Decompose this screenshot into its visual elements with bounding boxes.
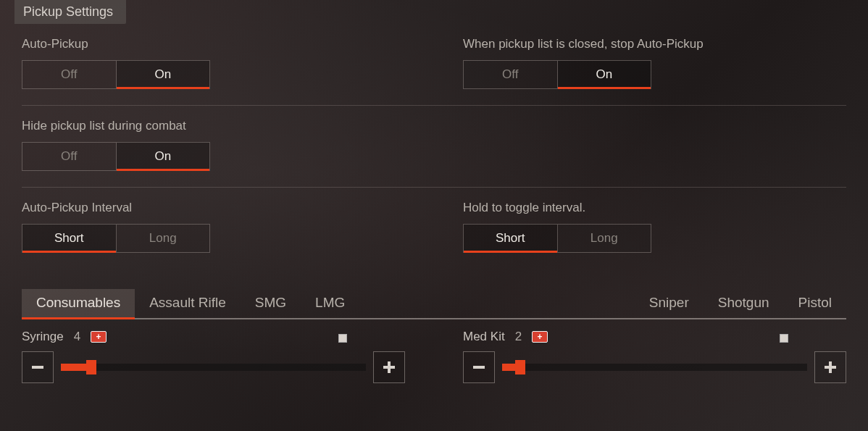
svg-rect-2 — [388, 361, 391, 373]
syringe-slider[interactable] — [61, 364, 366, 371]
stop-when-closed-label: When pickup list is closed, stop Auto-Pi… — [463, 37, 846, 51]
plus-icon — [382, 360, 396, 374]
minus-icon — [30, 360, 45, 374]
interval-label: Auto-Pickup Interval — [22, 201, 405, 215]
medkit-increment-button[interactable] — [814, 351, 846, 383]
hold-toggle-toggle: Short Long — [463, 224, 651, 253]
tab-shotgun[interactable]: Shotgun — [704, 289, 784, 318]
hide-in-combat-on[interactable]: On — [117, 142, 211, 171]
section-header: Pickup Settings — [14, 0, 126, 24]
syringe-slider-thumb[interactable] — [86, 360, 96, 374]
hold-toggle-label: Hold to toggle interval. — [463, 201, 846, 215]
auto-pickup-off[interactable]: Off — [22, 60, 117, 89]
medkit-icon — [532, 331, 548, 343]
auto-pickup-toggle: Off On — [22, 60, 210, 89]
tab-consumables[interactable]: Consumables — [22, 289, 135, 318]
syringe-decrement-button[interactable] — [22, 351, 54, 383]
interval-toggle: Short Long — [22, 224, 210, 253]
svg-rect-3 — [473, 366, 485, 369]
syringe-count: 4 — [74, 330, 80, 344]
svg-rect-5 — [829, 361, 832, 373]
hide-in-combat-label: Hide pickup list during combat — [22, 119, 405, 133]
stop-when-closed-on[interactable]: On — [558, 60, 652, 89]
medkit-decrement-button[interactable] — [463, 351, 495, 383]
syringe-increment-button[interactable] — [373, 351, 405, 383]
stop-when-closed-off[interactable]: Off — [463, 60, 558, 89]
syringe-checkbox[interactable] — [338, 334, 347, 343]
tab-pistol[interactable]: Pistol — [784, 289, 846, 318]
syringe-icon — [91, 331, 107, 343]
interval-long[interactable]: Long — [117, 224, 211, 253]
hide-in-combat-off[interactable]: Off — [22, 142, 117, 171]
auto-pickup-on[interactable]: On — [117, 60, 211, 89]
tab-smg[interactable]: SMG — [241, 289, 301, 318]
tab-sniper[interactable]: Sniper — [635, 289, 704, 318]
plus-icon — [823, 360, 838, 374]
tab-lmg[interactable]: LMG — [301, 289, 359, 318]
hold-toggle-long[interactable]: Long — [558, 224, 652, 253]
auto-pickup-label: Auto-Pickup — [22, 37, 405, 51]
hold-toggle-short[interactable]: Short — [463, 224, 558, 253]
minus-icon — [472, 360, 486, 374]
svg-rect-0 — [32, 366, 43, 369]
medkit-label: Med Kit — [463, 330, 505, 344]
medkit-slider-thumb[interactable] — [515, 360, 525, 374]
hide-in-combat-toggle: Off On — [22, 142, 210, 171]
tab-assault-rifle[interactable]: Assault Rifle — [135, 289, 241, 318]
syringe-label: Syringe — [22, 330, 64, 344]
medkit-slider[interactable] — [502, 364, 807, 371]
category-tabs: Consumables Assault Rifle SMG LMG Sniper… — [22, 289, 846, 319]
medkit-checkbox[interactable] — [780, 334, 788, 343]
interval-short[interactable]: Short — [22, 224, 117, 253]
medkit-count: 2 — [515, 330, 522, 344]
stop-when-closed-toggle: Off On — [463, 60, 651, 89]
